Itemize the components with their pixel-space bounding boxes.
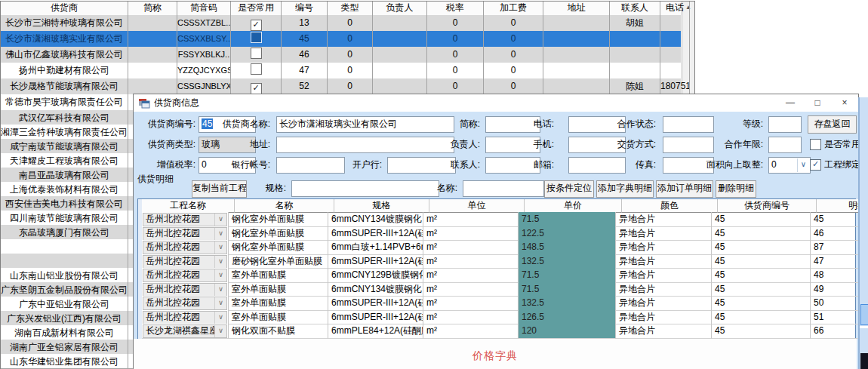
dropdown-arrow-icon[interactable]: ∨ (214, 241, 226, 254)
project-name-cell[interactable]: 岳州北控花园∨ (142, 240, 229, 255)
common-checkbox[interactable] (251, 63, 262, 75)
tax-cell: 0 (427, 15, 484, 31)
delete-detail-button[interactable]: 删除明细 (716, 180, 756, 198)
grade-input[interactable] (768, 116, 802, 133)
supplier-row[interactable]: 长沙晟格节能玻璃有限公司CSSGJNBLYXGS✓52000陈姐180751 (1, 78, 681, 95)
color-cell: 异地合片 (616, 282, 712, 297)
close-icon[interactable]: × (831, 94, 858, 112)
project-name-cell[interactable]: 长沙龙湖祺鑫星座∨ (142, 324, 229, 339)
dropdown-arrow-icon[interactable]: ∨ (214, 228, 226, 240)
project-bound-checkbox-box[interactable]: ✓ (810, 159, 821, 171)
save-return-button[interactable]: 存盘返回 (808, 115, 857, 134)
dropdown-arrow-icon[interactable]: ∨ (214, 214, 226, 226)
background-window-edge (858, 97, 868, 369)
spec-filter-label: 规格: (241, 180, 286, 195)
project-name-combobox[interactable]: 岳州北控花园∨ (143, 311, 227, 324)
detail-section-label: 供货明细 (137, 173, 174, 186)
detail-row[interactable]: 岳州北控花园∨磨砂钢化室外单面贴膜6mmSUPER-III+12A(硅..m²1… (142, 254, 868, 269)
supplier-name-cell: 四川南玻节能玻璃有限公司 (1, 211, 128, 225)
detail-column-header: 颜色 (622, 199, 718, 213)
project-bound-checkbox[interactable]: ✓工程绑定 (810, 158, 860, 171)
add-dictionary-detail-button[interactable]: 添加字典明细 (596, 180, 654, 198)
dropdown-arrow-icon[interactable]: ∨ (214, 312, 226, 324)
detail-row[interactable]: 岳州北控花园∨室外单面贴膜6mmSUPER-III+12A(硅..m²126.5… (142, 310, 868, 324)
detail-row[interactable]: 岳州北控花园∨钢化室外单面贴膜6mmCNY134镀膜钢化m²71.5异地合片45… (142, 212, 868, 226)
project-name-text: 岳州北控花园 (143, 241, 214, 254)
project-name-combobox[interactable]: 岳州北控花园∨ (143, 255, 227, 269)
project-name-cell[interactable]: 岳州北控花园∨ (142, 310, 229, 325)
is-common-checkbox[interactable]: 是否常用 (810, 138, 860, 150)
spec-cell: 6mmCNY129B镀膜钢化 (328, 268, 423, 283)
form-window-icon (138, 98, 150, 109)
unit-price-cell: 120 (519, 324, 616, 339)
dropdown-arrow-icon[interactable]: ∨ (214, 297, 226, 309)
dialog-titlebar[interactable]: 供货商信息 — □ × (134, 94, 858, 112)
is-common-checkbox-box[interactable] (810, 139, 821, 150)
pinyin-code-cell: CSSXXBLSY.. (177, 31, 231, 47)
common-checkbox-cell: ✓ (231, 78, 282, 94)
supplier-name-label: 供货商名称: (165, 116, 270, 131)
supplier-name-cell: 山东南山铝业股份有限公司 (1, 268, 128, 282)
dialog-title: 供货商信息 (154, 97, 199, 109)
type-cell: 0 (328, 63, 373, 78)
common-checkbox[interactable]: ✓ (251, 83, 262, 94)
is-common-checkbox-label: 是否常用 (824, 138, 860, 151)
lead-cell (373, 15, 427, 31)
name-filter-label: 名称: (412, 180, 457, 195)
detail-row[interactable]: 岳州北控花园∨室外单面贴膜6mmCNY134镀膜钢化m²71.5异地合片4549 (142, 282, 868, 297)
detail-row[interactable]: 长沙龙湖祺鑫星座∨钢化双面不贴膜6mmPLE84+12A(硅酮胶..m²120异… (142, 324, 868, 338)
supplier-no-cell: 45 (712, 282, 811, 297)
unit-cell: m² (423, 212, 519, 227)
common-checkbox[interactable]: ✓ (251, 20, 262, 31)
supplier-row[interactable]: 长沙市三湘特种玻璃有限公司CSSSXTZBL..✓13000胡姐 (1, 15, 681, 32)
project-name-cell[interactable]: 岳州北控花园∨ (142, 268, 229, 283)
copy-current-project-button[interactable]: 复制当前工程 (192, 180, 247, 198)
locate-by-condition-button[interactable]: 按条件定位 (544, 180, 594, 198)
grade-label: 等级: (657, 116, 763, 131)
supplier-name-cell (1, 239, 128, 254)
project-name-combobox[interactable]: 岳州北控花园∨ (143, 283, 227, 297)
dropdown-arrow-icon[interactable]: ∨ (214, 284, 226, 296)
project-name-combobox[interactable]: 岳州北控花园∨ (143, 213, 227, 226)
detail-row[interactable]: 岳州北控花园∨钢化室外单面贴膜6mm白玻+1.14PVB+6mm..m²148.… (142, 240, 868, 254)
project-name-cell[interactable]: 岳州北控花园∨ (142, 226, 229, 241)
area-round-up-input[interactable]: 0∨ (768, 157, 811, 174)
add-order-detail-button[interactable]: 添加订单明细 (656, 180, 713, 198)
project-name-combobox[interactable]: 岳州北控花园∨ (143, 227, 227, 241)
detail-row[interactable]: 岳州北控花园∨室外单面贴膜6mmCNY129B镀膜钢化m²71.5异地合片454… (142, 268, 868, 282)
detail-row[interactable]: 岳州北控花园∨室外单面贴膜6mmSUPER-III+12A(硅..m²132.5… (142, 296, 868, 310)
project-name-combobox[interactable]: 长沙龙湖祺鑫星座∨ (143, 324, 227, 338)
maximize-icon[interactable]: □ (804, 94, 831, 112)
detail-row[interactable]: 岳州北控花园∨钢化室外单面贴膜6mmSUPER-III+12A(硅..m²122… (142, 226, 868, 241)
fee-cell: 0 (484, 31, 543, 47)
project-name-combobox[interactable]: 岳州北控花园∨ (143, 241, 227, 254)
supplier-row[interactable]: 佛山市亿鑫玻璃科技有限公司FSSYXBLKJ..46000 (1, 47, 681, 63)
dropdown-arrow-icon[interactable]: ∨ (214, 269, 226, 281)
opening-bank-label: 开户行: (276, 157, 382, 172)
project-name-combobox[interactable]: 岳州北控花园∨ (143, 297, 227, 310)
minimize-icon[interactable]: — (777, 94, 804, 112)
area-round-up-label: 面积向上取整: (657, 157, 763, 172)
fee-cell: 0 (484, 15, 543, 31)
fee-cell: 0 (484, 63, 543, 78)
unit-cell: m² (423, 240, 519, 255)
project-name-cell[interactable]: 岳州北控花园∨ (142, 212, 229, 227)
mobile-label: 手机: (448, 137, 554, 152)
dropdown-arrow-icon[interactable]: ∨ (214, 325, 226, 337)
project-name-cell[interactable]: 岳州北控花园∨ (142, 282, 229, 297)
project-name-combobox[interactable]: 岳州北控花园∨ (143, 269, 227, 282)
project-name-cell[interactable]: 岳州北控花园∨ (142, 296, 229, 311)
unit-cell: m² (423, 254, 519, 269)
combo-arrow-icon[interactable]: ∨ (797, 158, 809, 172)
common-checkbox[interactable] (251, 48, 262, 59)
name-filter-input[interactable] (463, 180, 544, 197)
project-name-cell[interactable]: 岳州北控花园∨ (142, 254, 229, 269)
supplier-row[interactable]: 长沙市潇湘玻璃实业有限公司CSSXXBLSY..45000 (1, 31, 681, 48)
project-name-text: 岳州北控花园 (143, 269, 214, 281)
column-header: 编号 (282, 2, 328, 15)
common-checkbox[interactable] (251, 32, 262, 43)
supplier-row[interactable]: 扬州中勤建材有限公司YZZQJCYXGS47000 (1, 63, 681, 79)
dropdown-arrow-icon[interactable]: ∨ (214, 256, 226, 268)
detail-column-header: 供货商编号 (718, 199, 817, 213)
cooperation-years-input[interactable] (768, 137, 802, 153)
